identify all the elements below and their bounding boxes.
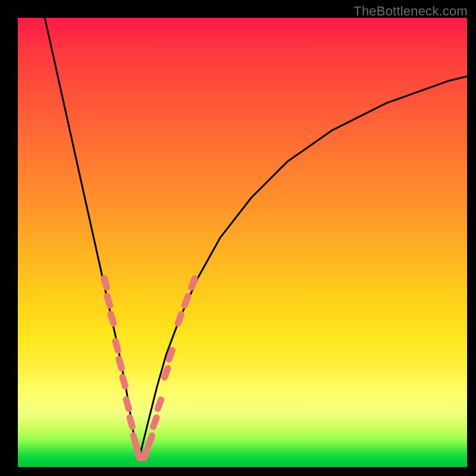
- chart-svg: [18, 18, 467, 467]
- data-marker: [123, 377, 125, 386]
- data-marker: [130, 418, 132, 427]
- chart-plot-area: [18, 18, 467, 467]
- data-marker: [119, 359, 121, 368]
- data-marker: [169, 350, 172, 359]
- data-marker: [144, 449, 148, 458]
- data-marker: [154, 418, 157, 427]
- data-marker: [158, 400, 161, 409]
- data-marker: [137, 449, 139, 458]
- data-marker: [192, 278, 195, 287]
- data-marker: [104, 278, 107, 287]
- data-marker: [164, 368, 168, 377]
- data-marker: [184, 296, 188, 305]
- data-marker: [107, 296, 109, 305]
- curve-left-branch: [45, 18, 139, 458]
- data-marker: [111, 314, 114, 323]
- data-marker: [115, 342, 118, 350]
- watermark-text: TheBottleneck.com: [353, 4, 468, 19]
- curve-right-branch: [139, 76, 467, 458]
- data-marker: [149, 436, 152, 444]
- chart-frame: TheBottleneck.com: [0, 0, 476, 476]
- data-marker: [126, 400, 129, 409]
- data-marker: [133, 436, 136, 444]
- data-marker: [178, 314, 181, 323]
